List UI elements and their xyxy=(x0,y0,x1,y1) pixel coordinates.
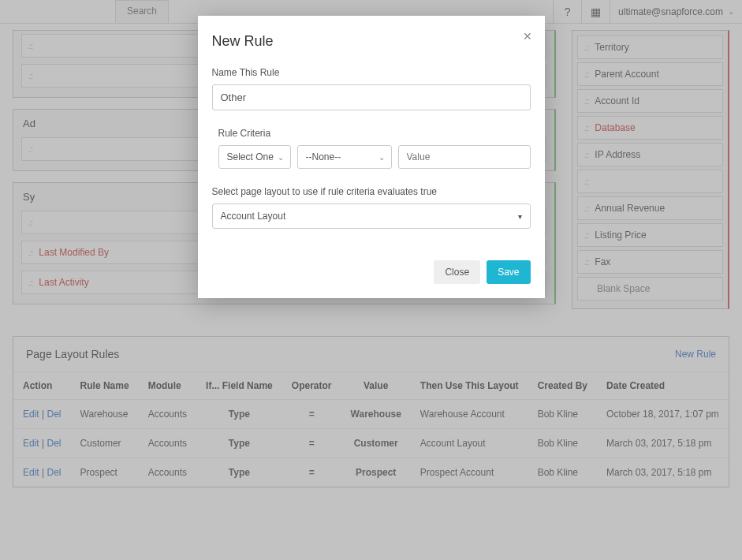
save-button[interactable]: Save xyxy=(487,260,530,284)
caret-down-icon: ▾ xyxy=(518,212,522,221)
chevron-down-icon: ⌄ xyxy=(278,153,284,162)
modal-actions: Close Save xyxy=(212,260,531,284)
field-select[interactable]: Select One⌄ xyxy=(218,145,291,169)
chevron-down-icon: ⌄ xyxy=(378,153,385,162)
layout-label: Select page layout to use if rule criter… xyxy=(212,186,531,197)
new-rule-modal: New Rule ✕ Name This Rule Rule Criteria … xyxy=(198,16,545,298)
value-input[interactable] xyxy=(398,145,531,169)
close-button[interactable]: Close xyxy=(434,260,480,284)
operator-select[interactable]: --None--⌄ xyxy=(297,145,392,169)
rule-name-input[interactable] xyxy=(212,84,531,110)
criteria-label: Rule Criteria xyxy=(218,128,531,139)
close-icon[interactable]: ✕ xyxy=(523,30,532,43)
layout-select[interactable]: Account Layout ▾ xyxy=(212,203,531,229)
modal-overlay: New Rule ✕ Name This Rule Rule Criteria … xyxy=(0,0,742,560)
modal-title: New Rule xyxy=(212,33,531,50)
name-label: Name This Rule xyxy=(212,67,531,78)
criteria-row: Select One⌄ --None--⌄ xyxy=(212,145,531,169)
